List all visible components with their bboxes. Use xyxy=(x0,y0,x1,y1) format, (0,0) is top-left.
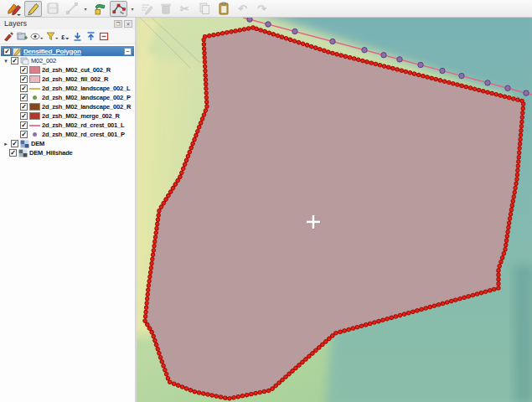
layer-item-landscape-p[interactable]: ✓ 2d_zsh_M02_landscape_002_P xyxy=(0,93,135,102)
layer-checkbox[interactable]: ✓ xyxy=(3,48,11,55)
panel-close-button[interactable]: ✕ xyxy=(124,20,132,28)
modify-attributes-button[interactable] xyxy=(137,1,155,17)
manage-map-themes-button[interactable] xyxy=(30,30,44,43)
dropdown-arrow-icon xyxy=(65,31,70,42)
group-checkbox[interactable]: ✓ xyxy=(11,57,18,64)
map-canvas[interactable] xyxy=(137,18,532,402)
dropdown-arrow-icon: ▾ xyxy=(131,6,133,12)
open-layer-styling-button[interactable] xyxy=(3,30,14,43)
copy-icon xyxy=(197,1,212,16)
move-feature-icon xyxy=(92,1,107,16)
editing-pencil-icon xyxy=(13,47,22,56)
layer-item-dem-hillshade[interactable]: ✓ DEM_Hillshade xyxy=(0,148,135,157)
layer-checkbox[interactable]: ✓ xyxy=(9,149,17,157)
layer-item-landscape-r[interactable]: ✓ 2d_zsh_M02_landscape_002_R xyxy=(0,102,135,111)
layer-item-cut[interactable]: ✓ 2d_zsh_M02_cut_002_R xyxy=(0,65,135,75)
crest-point xyxy=(247,18,252,22)
expand-all-icon xyxy=(72,31,83,42)
layers-panel: Layers ❐ ✕ xyxy=(0,18,136,402)
toggle-editing-button[interactable] xyxy=(24,1,42,17)
line-swatch xyxy=(29,125,40,126)
layer-item-dem[interactable]: ▸ ✓ DEM xyxy=(0,139,135,148)
crest-point xyxy=(485,80,490,85)
fill-swatch xyxy=(29,103,40,111)
layer-checkbox[interactable]: ✓ xyxy=(20,94,28,101)
layer-item-landscape-l[interactable]: ✓ 2d_zsh_M02_landscape_002_L xyxy=(0,84,135,93)
layer-checkbox[interactable]: ✓ xyxy=(20,103,28,111)
vertex-tool-icon xyxy=(111,1,127,16)
layers-panel-title: Layers xyxy=(4,19,27,28)
check-icon: ✓ xyxy=(10,150,16,156)
layer-item-rd-crest-l[interactable]: ✓ 2d_zsh_M02_rd_crest_001_L xyxy=(0,121,135,130)
layer-label: 2d_zsh_M02_landscape_002_P xyxy=(42,94,131,101)
check-icon: ✓ xyxy=(21,104,27,110)
check-icon: ✓ xyxy=(4,49,10,54)
expand-all-button[interactable] xyxy=(72,30,83,43)
add-feature-dropdown[interactable]: ▾ xyxy=(82,1,89,17)
undo-icon: ↶ xyxy=(238,3,247,14)
layer-item-rd-crest-p[interactable]: ✓ 2d_zsh_M02_rd_crest_001_P xyxy=(0,130,135,139)
layer-checkbox[interactable]: ✓ xyxy=(20,112,28,120)
layer-label: 2d_zsh_M02_rd_crest_001_L xyxy=(42,121,124,129)
trash-icon xyxy=(158,1,173,16)
group-item-m02-002[interactable]: ▾ ✓ M02_002 xyxy=(0,56,135,65)
expander-open-icon[interactable]: ▾ xyxy=(3,58,9,64)
raster-icon xyxy=(18,149,28,157)
layer-checkbox[interactable]: ✓ xyxy=(11,140,18,147)
vertex-tool-dropdown[interactable]: ▾ xyxy=(129,1,136,17)
copy-features-button[interactable] xyxy=(195,1,213,17)
filter-by-expression-button[interactable]: ε xyxy=(61,30,70,43)
layer-item-densified-polygon[interactable]: ✓ Densified_Polygon − xyxy=(1,46,134,56)
save-icon xyxy=(45,1,60,16)
point-swatch xyxy=(33,132,37,137)
map-svg xyxy=(137,18,532,402)
layers-panel-toolbar: ε xyxy=(0,29,135,44)
layer-label: DEM xyxy=(31,140,44,147)
current-edits-button[interactable] xyxy=(5,1,23,17)
crest-point xyxy=(397,57,402,62)
layer-label: 2d_zsh_M02_rd_crest_001_P xyxy=(42,131,125,138)
crest-point xyxy=(362,48,367,53)
toggle-editing-icon xyxy=(26,1,41,16)
close-icon: ✕ xyxy=(126,22,130,27)
layer-label: 2d_zsh_M02_merge_002_R xyxy=(42,112,120,120)
delete-selected-button[interactable] xyxy=(157,1,174,17)
layer-checkbox[interactable]: ✓ xyxy=(20,121,28,129)
check-icon: ✓ xyxy=(21,76,27,82)
funnel-icon xyxy=(46,31,59,42)
layer-item-fill[interactable]: ✓ 2d_zsh_M02_fill_002_R xyxy=(0,75,135,84)
expander-closed-icon[interactable]: ▸ xyxy=(3,141,9,147)
panel-float-button[interactable]: ❐ xyxy=(114,20,122,28)
scissors-icon: ✂ xyxy=(180,3,189,14)
paintbrush-icon xyxy=(3,31,14,42)
layer-checkbox[interactable]: ✓ xyxy=(20,75,28,83)
float-icon: ❐ xyxy=(116,22,120,27)
layer-checkbox[interactable]: ✓ xyxy=(20,85,28,92)
save-layer-edits-button[interactable] xyxy=(44,1,61,17)
remove-layer-button[interactable] xyxy=(99,30,110,43)
check-icon: ✓ xyxy=(21,67,27,73)
redo-button[interactable]: ↷ xyxy=(253,1,271,17)
paste-features-button[interactable] xyxy=(214,1,232,17)
layer-label: 2d_zsh_M02_cut_002_R xyxy=(42,66,111,74)
undo-button[interactable]: ↶ xyxy=(234,1,251,17)
add-group-button[interactable] xyxy=(17,30,28,43)
add-feature-icon xyxy=(65,1,80,16)
layer-checkbox[interactable]: ✓ xyxy=(20,66,28,74)
digitizing-toolbar: ▾ ▾ ✂ xyxy=(0,0,532,18)
layer-checkbox[interactable]: ✓ xyxy=(20,131,28,138)
redo-icon: ↷ xyxy=(257,3,266,14)
collapse-all-button[interactable] xyxy=(85,30,96,43)
filter-legend-button[interactable] xyxy=(46,30,59,43)
layer-label: 2d_zsh_M02_landscape_002_R xyxy=(42,103,131,111)
layers-panel-titlebar: Layers ❐ ✕ xyxy=(0,18,135,29)
move-feature-button[interactable] xyxy=(90,1,108,17)
layer-label: 2d_zsh_M02_landscape_002_L xyxy=(42,85,130,92)
collapse-layer-button[interactable]: − xyxy=(124,48,132,55)
cut-features-button[interactable]: ✂ xyxy=(176,1,194,17)
layer-item-merge[interactable]: ✓ 2d_zsh_M02_merge_002_R xyxy=(0,111,135,121)
vertex-tool-button[interactable] xyxy=(110,1,127,17)
add-line-feature-button[interactable] xyxy=(63,1,80,17)
crest-point xyxy=(330,39,335,44)
check-icon: ✓ xyxy=(21,113,27,119)
